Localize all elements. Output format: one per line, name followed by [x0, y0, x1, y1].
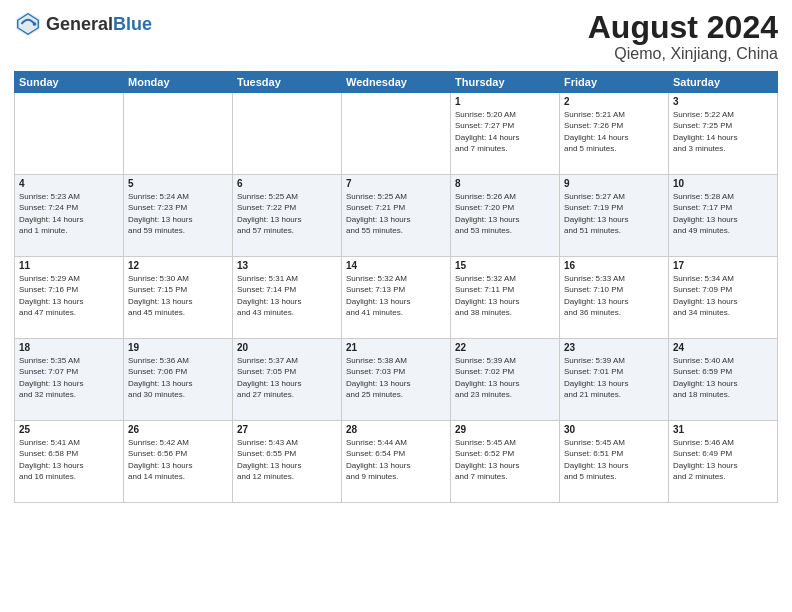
col-monday: Monday [124, 72, 233, 93]
title-block: August 2024 Qiemo, Xinjiang, China [588, 10, 778, 63]
day-number: 28 [346, 424, 446, 435]
day-number: 8 [455, 178, 555, 189]
week-row-5: 25Sunrise: 5:41 AM Sunset: 6:58 PM Dayli… [15, 421, 778, 503]
day-info: Sunrise: 5:39 AM Sunset: 7:02 PM Dayligh… [455, 355, 555, 400]
day-number: 19 [128, 342, 228, 353]
day-number: 2 [564, 96, 664, 107]
day-info: Sunrise: 5:43 AM Sunset: 6:55 PM Dayligh… [237, 437, 337, 482]
page-title: August 2024 [588, 10, 778, 45]
logo-general: General [46, 14, 113, 34]
day-info: Sunrise: 5:40 AM Sunset: 6:59 PM Dayligh… [673, 355, 773, 400]
day-info: Sunrise: 5:22 AM Sunset: 7:25 PM Dayligh… [673, 109, 773, 154]
logo-icon [14, 10, 42, 38]
day-number: 17 [673, 260, 773, 271]
day-number: 25 [19, 424, 119, 435]
header: GeneralBlue August 2024 Qiemo, Xinjiang,… [14, 10, 778, 63]
day-number: 14 [346, 260, 446, 271]
day-info: Sunrise: 5:44 AM Sunset: 6:54 PM Dayligh… [346, 437, 446, 482]
logo: GeneralBlue [14, 10, 152, 38]
calendar-cell: 14Sunrise: 5:32 AM Sunset: 7:13 PM Dayli… [342, 257, 451, 339]
calendar-cell [342, 93, 451, 175]
calendar-cell: 29Sunrise: 5:45 AM Sunset: 6:52 PM Dayli… [451, 421, 560, 503]
calendar-cell: 30Sunrise: 5:45 AM Sunset: 6:51 PM Dayli… [560, 421, 669, 503]
calendar-cell: 31Sunrise: 5:46 AM Sunset: 6:49 PM Dayli… [669, 421, 778, 503]
day-info: Sunrise: 5:30 AM Sunset: 7:15 PM Dayligh… [128, 273, 228, 318]
day-number: 9 [564, 178, 664, 189]
day-number: 20 [237, 342, 337, 353]
day-number: 15 [455, 260, 555, 271]
calendar-cell: 16Sunrise: 5:33 AM Sunset: 7:10 PM Dayli… [560, 257, 669, 339]
calendar-cell: 27Sunrise: 5:43 AM Sunset: 6:55 PM Dayli… [233, 421, 342, 503]
calendar-cell: 23Sunrise: 5:39 AM Sunset: 7:01 PM Dayli… [560, 339, 669, 421]
col-wednesday: Wednesday [342, 72, 451, 93]
page: GeneralBlue August 2024 Qiemo, Xinjiang,… [0, 0, 792, 612]
week-row-1: 1Sunrise: 5:20 AM Sunset: 7:27 PM Daylig… [15, 93, 778, 175]
day-info: Sunrise: 5:35 AM Sunset: 7:07 PM Dayligh… [19, 355, 119, 400]
day-info: Sunrise: 5:20 AM Sunset: 7:27 PM Dayligh… [455, 109, 555, 154]
day-info: Sunrise: 5:29 AM Sunset: 7:16 PM Dayligh… [19, 273, 119, 318]
calendar-table: Sunday Monday Tuesday Wednesday Thursday… [14, 71, 778, 503]
day-number: 1 [455, 96, 555, 107]
calendar-cell: 22Sunrise: 5:39 AM Sunset: 7:02 PM Dayli… [451, 339, 560, 421]
calendar-cell: 1Sunrise: 5:20 AM Sunset: 7:27 PM Daylig… [451, 93, 560, 175]
day-number: 4 [19, 178, 119, 189]
calendar-cell: 11Sunrise: 5:29 AM Sunset: 7:16 PM Dayli… [15, 257, 124, 339]
day-number: 12 [128, 260, 228, 271]
day-number: 3 [673, 96, 773, 107]
calendar-cell: 21Sunrise: 5:38 AM Sunset: 7:03 PM Dayli… [342, 339, 451, 421]
calendar-cell: 13Sunrise: 5:31 AM Sunset: 7:14 PM Dayli… [233, 257, 342, 339]
day-info: Sunrise: 5:45 AM Sunset: 6:52 PM Dayligh… [455, 437, 555, 482]
day-info: Sunrise: 5:32 AM Sunset: 7:11 PM Dayligh… [455, 273, 555, 318]
calendar-cell: 2Sunrise: 5:21 AM Sunset: 7:26 PM Daylig… [560, 93, 669, 175]
day-number: 23 [564, 342, 664, 353]
day-number: 24 [673, 342, 773, 353]
day-info: Sunrise: 5:26 AM Sunset: 7:20 PM Dayligh… [455, 191, 555, 236]
calendar-cell: 8Sunrise: 5:26 AM Sunset: 7:20 PM Daylig… [451, 175, 560, 257]
calendar-cell: 10Sunrise: 5:28 AM Sunset: 7:17 PM Dayli… [669, 175, 778, 257]
calendar-cell: 18Sunrise: 5:35 AM Sunset: 7:07 PM Dayli… [15, 339, 124, 421]
svg-point-2 [33, 22, 37, 26]
calendar-cell: 15Sunrise: 5:32 AM Sunset: 7:11 PM Dayli… [451, 257, 560, 339]
week-row-3: 11Sunrise: 5:29 AM Sunset: 7:16 PM Dayli… [15, 257, 778, 339]
day-info: Sunrise: 5:46 AM Sunset: 6:49 PM Dayligh… [673, 437, 773, 482]
calendar-cell: 28Sunrise: 5:44 AM Sunset: 6:54 PM Dayli… [342, 421, 451, 503]
day-info: Sunrise: 5:25 AM Sunset: 7:21 PM Dayligh… [346, 191, 446, 236]
day-number: 5 [128, 178, 228, 189]
day-info: Sunrise: 5:33 AM Sunset: 7:10 PM Dayligh… [564, 273, 664, 318]
calendar-cell: 9Sunrise: 5:27 AM Sunset: 7:19 PM Daylig… [560, 175, 669, 257]
day-info: Sunrise: 5:38 AM Sunset: 7:03 PM Dayligh… [346, 355, 446, 400]
day-number: 16 [564, 260, 664, 271]
calendar-cell: 6Sunrise: 5:25 AM Sunset: 7:22 PM Daylig… [233, 175, 342, 257]
col-saturday: Saturday [669, 72, 778, 93]
day-number: 11 [19, 260, 119, 271]
day-info: Sunrise: 5:36 AM Sunset: 7:06 PM Dayligh… [128, 355, 228, 400]
calendar-cell: 24Sunrise: 5:40 AM Sunset: 6:59 PM Dayli… [669, 339, 778, 421]
calendar-cell [233, 93, 342, 175]
day-number: 29 [455, 424, 555, 435]
col-tuesday: Tuesday [233, 72, 342, 93]
col-sunday: Sunday [15, 72, 124, 93]
day-number: 18 [19, 342, 119, 353]
header-row: Sunday Monday Tuesday Wednesday Thursday… [15, 72, 778, 93]
day-number: 6 [237, 178, 337, 189]
calendar-cell [124, 93, 233, 175]
col-thursday: Thursday [451, 72, 560, 93]
day-info: Sunrise: 5:25 AM Sunset: 7:22 PM Dayligh… [237, 191, 337, 236]
day-info: Sunrise: 5:45 AM Sunset: 6:51 PM Dayligh… [564, 437, 664, 482]
day-info: Sunrise: 5:21 AM Sunset: 7:26 PM Dayligh… [564, 109, 664, 154]
day-info: Sunrise: 5:37 AM Sunset: 7:05 PM Dayligh… [237, 355, 337, 400]
page-subtitle: Qiemo, Xinjiang, China [588, 45, 778, 63]
day-info: Sunrise: 5:39 AM Sunset: 7:01 PM Dayligh… [564, 355, 664, 400]
day-info: Sunrise: 5:41 AM Sunset: 6:58 PM Dayligh… [19, 437, 119, 482]
day-info: Sunrise: 5:27 AM Sunset: 7:19 PM Dayligh… [564, 191, 664, 236]
day-info: Sunrise: 5:28 AM Sunset: 7:17 PM Dayligh… [673, 191, 773, 236]
day-info: Sunrise: 5:23 AM Sunset: 7:24 PM Dayligh… [19, 191, 119, 236]
day-number: 10 [673, 178, 773, 189]
calendar-cell: 25Sunrise: 5:41 AM Sunset: 6:58 PM Dayli… [15, 421, 124, 503]
calendar-cell: 17Sunrise: 5:34 AM Sunset: 7:09 PM Dayli… [669, 257, 778, 339]
day-info: Sunrise: 5:24 AM Sunset: 7:23 PM Dayligh… [128, 191, 228, 236]
day-info: Sunrise: 5:31 AM Sunset: 7:14 PM Dayligh… [237, 273, 337, 318]
week-row-2: 4Sunrise: 5:23 AM Sunset: 7:24 PM Daylig… [15, 175, 778, 257]
svg-marker-0 [16, 12, 40, 36]
day-number: 22 [455, 342, 555, 353]
